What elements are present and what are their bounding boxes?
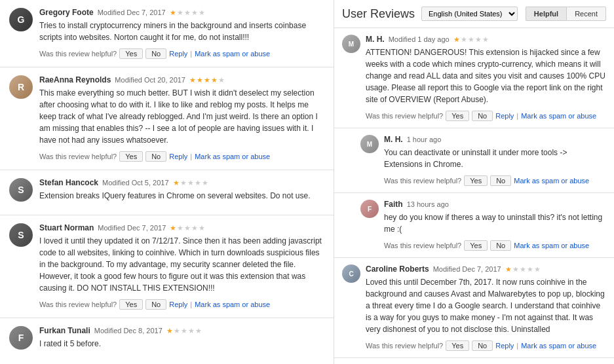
review-header: Gregory Foote Modified Dec 7, 2017 ★★★★★	[39, 8, 324, 17]
separator: |	[190, 50, 192, 58]
reviewer-name: RaeAnna Reynolds	[39, 75, 111, 84]
avatar-initials: F	[360, 200, 379, 218]
review-content: Faith 13 hours ago hey do you know if th…	[384, 200, 606, 251]
review-actions: Was this review helpful? Yes No Mark as …	[384, 175, 606, 186]
review-date: Modified Dec 7, 2017	[98, 9, 166, 16]
review-header: Stuart Norman Modified Dec 7, 2017 ★★★★★	[39, 223, 324, 232]
no-button[interactable]: No	[472, 111, 493, 121]
reviewer-name: Faith	[384, 200, 403, 209]
review-text: Extension breaks IQuery features in Chro…	[39, 190, 324, 202]
spam-link[interactable]: Mark as spam or abuse	[521, 342, 596, 350]
language-select[interactable]: English (United States)	[421, 7, 518, 21]
yes-button[interactable]: Yes	[446, 340, 469, 351]
review-date: 13 hours ago	[407, 200, 449, 208]
star-rating: ★★★★★	[166, 327, 202, 335]
review-header: M. H. 1 hour ago	[384, 135, 606, 144]
right-review-item-reply: F Faith 13 hours ago hey do you know if …	[334, 193, 614, 258]
yes-button[interactable]: Yes	[446, 111, 469, 121]
spam-link[interactable]: Mark as spam or abuse	[514, 242, 589, 249]
header-left: User Reviews English (United States)	[342, 7, 518, 21]
helpful-label: Was this review helpful?	[39, 300, 117, 308]
star-rating: ★★★★★	[170, 224, 206, 232]
no-button[interactable]: No	[145, 48, 166, 59]
review-date: Modified 1 day ago	[389, 35, 450, 43]
yes-button[interactable]: Yes	[464, 240, 488, 251]
review-text: This make everything so much better. BUT…	[39, 87, 324, 146]
review-text: I loved it until they updated it on 7/12…	[39, 235, 324, 294]
helpful-label: Was this review helpful?	[366, 112, 443, 120]
reviewer-name: Stuart Norman	[39, 223, 94, 232]
spam-link[interactable]: Mark as spam or abuse	[195, 300, 270, 308]
yes-button[interactable]: Yes	[119, 151, 143, 162]
avatar-initials: G	[9, 8, 33, 31]
right-panel-header: User Reviews English (United States) Hel…	[334, 0, 614, 28]
no-button[interactable]: No	[472, 340, 493, 351]
avatar: R	[9, 75, 33, 99]
star-rating: ★★★★★	[505, 265, 541, 274]
helpful-label: Was this review helpful?	[39, 50, 117, 58]
review-header: Furkan Tunali Modified Dec 8, 2017 ★★★★★	[39, 326, 324, 335]
reply-link[interactable]: Reply	[169, 50, 187, 58]
yes-button[interactable]: Yes	[464, 175, 488, 186]
review-header: Stefan Hancock Modified Oct 5, 2017 ★★★★…	[39, 178, 324, 187]
helpful-button[interactable]: Helpful	[526, 7, 566, 21]
avatar: M	[342, 35, 360, 53]
yes-button[interactable]: Yes	[119, 48, 143, 59]
review-actions: Was this review helpful? Yes No Reply | …	[366, 111, 606, 121]
helpful-label: Was this review helpful?	[366, 342, 443, 350]
header-buttons: Helpful Recent	[526, 7, 606, 21]
right-review-item: C Caroline Roberts Modified Dec 7, 2017 …	[334, 258, 614, 358]
right-review-item: M M. H. Modified 1 day ago ★★★★★ ATTENTI…	[334, 28, 614, 128]
no-button[interactable]: No	[145, 299, 166, 310]
review-item: S Stefan Hancock Modified Oct 5, 2017 ★★…	[0, 170, 334, 215]
avatar: G	[9, 8, 33, 31]
reply-link[interactable]: Reply	[495, 112, 514, 120]
review-inner: F Faith 13 hours ago hey do you know if …	[360, 200, 606, 251]
helpful-label: Was this review helpful?	[39, 153, 117, 160]
spam-link[interactable]: Mark as spam or abuse	[514, 177, 589, 185]
no-button[interactable]: No	[490, 240, 511, 251]
recent-button[interactable]: Recent	[566, 7, 606, 21]
reply-link[interactable]: Reply	[495, 342, 514, 350]
review-content: M. H. 1 hour ago You can deactivate or u…	[384, 135, 606, 186]
helpful-label: Was this review helpful?	[384, 177, 461, 185]
star-rating: ★★★★★	[170, 9, 206, 17]
no-button[interactable]: No	[145, 151, 166, 162]
review-header: RaeAnna Reynolds Modified Oct 20, 2017 ★…	[39, 75, 324, 84]
spam-link[interactable]: Mark as spam or abuse	[521, 112, 596, 120]
spam-link[interactable]: Mark as spam or abuse	[195, 153, 270, 160]
review-item: R RaeAnna Reynolds Modified Oct 20, 2017…	[0, 67, 334, 170]
avatar: M	[360, 135, 379, 153]
reviewer-name: M. H.	[366, 35, 385, 44]
spam-link[interactable]: Mark as spam or abuse	[195, 50, 270, 58]
review-date: Modified Dec 7, 2017	[433, 265, 501, 273]
reply-link[interactable]: Reply	[169, 153, 187, 160]
review-content: RaeAnna Reynolds Modified Oct 20, 2017 ★…	[39, 75, 324, 162]
star-rating: ★★★★★	[173, 179, 209, 187]
review-content: Stefan Hancock Modified Oct 5, 2017 ★★★★…	[39, 178, 324, 207]
avatar-initials: M	[342, 35, 360, 53]
review-date: Modified Dec 7, 2017	[98, 224, 166, 232]
review-content: Caroline Roberts Modified Dec 7, 2017 ★★…	[366, 264, 606, 351]
review-actions: Was this review helpful? Yes No Reply | …	[39, 299, 324, 310]
avatar: F	[360, 200, 379, 218]
review-actions: Was this review helpful? Yes No Mark as …	[384, 240, 606, 251]
review-header: Caroline Roberts Modified Dec 7, 2017 ★★…	[366, 264, 606, 274]
avatar: S	[9, 178, 33, 202]
review-actions: Was this review helpful? Yes No Reply | …	[366, 340, 606, 351]
review-item: G Gregory Foote Modified Dec 7, 2017 ★★★…	[0, 0, 334, 67]
separator: |	[190, 153, 192, 160]
review-content: Stuart Norman Modified Dec 7, 2017 ★★★★★…	[39, 223, 324, 310]
no-button[interactable]: No	[490, 175, 511, 186]
review-date: Modified Oct 20, 2017	[115, 76, 185, 84]
star-rating: ★★★★★	[189, 76, 225, 84]
review-text: You can deactivate or uninstall it under…	[384, 147, 606, 170]
review-date: Modified Dec 8, 2017	[94, 327, 163, 335]
review-content: M. H. Modified 1 day ago ★★★★★ ATTENTION…	[366, 35, 606, 121]
reply-link[interactable]: Reply	[169, 300, 187, 308]
right-panel: User Reviews English (United States) Hel…	[334, 0, 614, 364]
review-item: F Furkan Tunali Modified Dec 8, 2017 ★★★…	[0, 318, 334, 364]
helpful-label: Was this review helpful?	[384, 242, 461, 249]
separator: |	[190, 300, 192, 308]
yes-button[interactable]: Yes	[119, 299, 143, 310]
